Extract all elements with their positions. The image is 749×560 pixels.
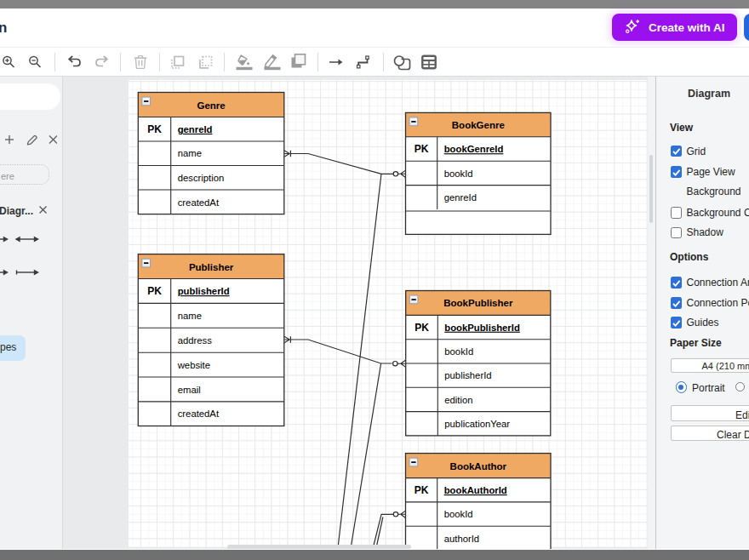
- svg-text:PK: PK: [415, 484, 429, 496]
- svg-text:name: name: [178, 311, 202, 321]
- svg-text:bookGenreId: bookGenreId: [444, 144, 504, 154]
- svg-text:Genre: Genre: [197, 100, 225, 111]
- svg-text:BookGenre: BookGenre: [452, 120, 505, 130]
- svg-text:bookId: bookId: [444, 169, 473, 179]
- svg-text:bookAuthorId: bookAuthorId: [444, 485, 507, 495]
- svg-text:createdAt: createdAt: [178, 197, 220, 208]
- svg-text:address: address: [178, 335, 213, 346]
- svg-text:genreId: genreId: [444, 192, 477, 203]
- svg-text:authorId: authorId: [444, 534, 479, 544]
- svg-text:PK: PK: [147, 123, 162, 135]
- svg-text:email: email: [178, 385, 201, 395]
- svg-text:publisherId: publisherId: [444, 370, 491, 380]
- svg-text:name: name: [178, 148, 202, 158]
- svg-text:bookPublisherId: bookPublisherId: [444, 323, 520, 333]
- svg-text:description: description: [178, 173, 225, 183]
- svg-text:genreId: genreId: [178, 124, 213, 134]
- svg-text:bookId: bookId: [444, 509, 473, 519]
- svg-text:bookId: bookId: [444, 346, 473, 357]
- svg-text:PK: PK: [415, 322, 429, 334]
- svg-text:website: website: [177, 360, 210, 370]
- svg-text:Publisher: Publisher: [189, 262, 234, 272]
- svg-text:publicationYear: publicationYear: [444, 419, 510, 429]
- svg-text:PK: PK: [415, 143, 429, 155]
- svg-text:PK: PK: [147, 285, 162, 297]
- svg-text:createdAt: createdAt: [178, 409, 220, 419]
- svg-text:publisherId: publisherId: [178, 286, 230, 296]
- svg-text:BookPublisher: BookPublisher: [443, 298, 513, 308]
- svg-text:BookAuthor: BookAuthor: [450, 461, 507, 471]
- svg-text:edition: edition: [444, 395, 472, 405]
